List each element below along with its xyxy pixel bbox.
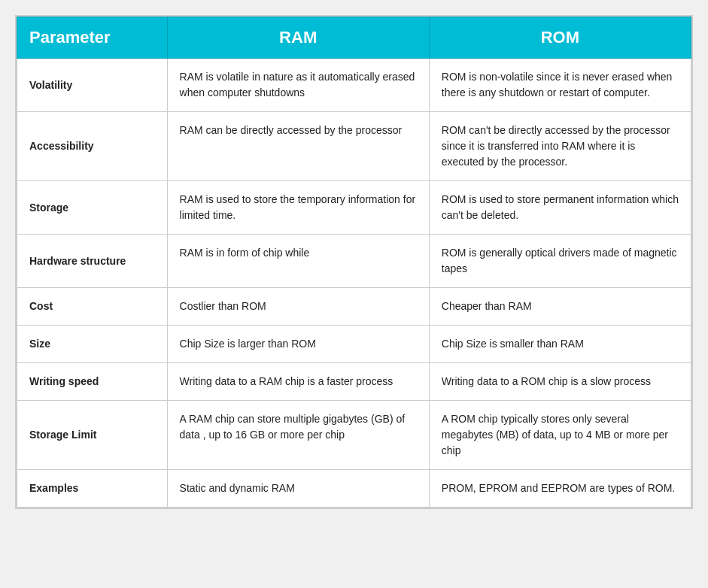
cell-ram: A RAM chip can store multiple gigabytes … [167,401,429,470]
cell-ram: Writing data to a RAM chip is a faster p… [167,363,429,401]
cell-rom: ROM is used to store permanent informati… [429,181,691,235]
cell-rom: ROM is generally optical drivers made of… [429,235,691,288]
cell-parameter: Writing speed [17,363,168,401]
comparison-table-container: Parameter RAM ROM VolatilityRAM is volat… [15,15,693,509]
table-row: VolatilityRAM is volatile in nature as i… [17,59,691,112]
table-row: Storage LimitA RAM chip can store multip… [17,401,691,470]
cell-ram: RAM is in form of chip while [167,235,429,288]
table-row: SizeChip Size is larger than ROMChip Siz… [17,326,691,363]
cell-rom: ROM can't be directly accessed by the pr… [429,112,691,181]
cell-rom: Writing data to a ROM chip is a slow pro… [429,363,691,401]
table-row: AccessibilityRAM can be directly accesse… [17,112,691,181]
cell-parameter: Cost [17,288,168,326]
table-row: Writing speedWriting data to a RAM chip … [17,363,691,401]
cell-parameter: Accessibility [17,112,168,181]
cell-ram: Static and dynamic RAM [167,470,429,508]
cell-rom: ROM is non-volatile since it is never er… [429,59,691,112]
cell-parameter: Volatility [17,59,168,112]
cell-parameter: Storage Limit [17,401,168,470]
ram-rom-table: Parameter RAM ROM VolatilityRAM is volat… [17,17,691,508]
table-row: Hardware structureRAM is in form of chip… [17,235,691,288]
cell-ram: Costlier than ROM [167,288,429,326]
cell-ram: RAM is volatile in nature as it automati… [167,59,429,112]
table-row: ExamplesStatic and dynamic RAMPROM, EPRO… [17,470,691,508]
cell-ram: RAM is used to store the temporary infor… [167,181,429,235]
header-ram: RAM [167,17,429,59]
table-row: CostCostlier than ROMCheaper than RAM [17,288,691,326]
table-row: StorageRAM is used to store the temporar… [17,181,691,235]
cell-parameter: Hardware structure [17,235,168,288]
table-header-row: Parameter RAM ROM [17,17,691,59]
header-parameter: Parameter [17,17,168,59]
cell-rom: Chip Size is smaller than RAM [429,326,691,363]
cell-parameter: Examples [17,470,168,508]
cell-parameter: Size [17,326,168,363]
cell-ram: RAM can be directly accessed by the proc… [167,112,429,181]
cell-parameter: Storage [17,181,168,235]
cell-rom: A ROM chip typically stores only several… [429,401,691,470]
header-rom: ROM [429,17,691,59]
cell-ram: Chip Size is larger than ROM [167,326,429,363]
cell-rom: PROM, EPROM and EEPROM are types of ROM. [429,470,691,508]
cell-rom: Cheaper than RAM [429,288,691,326]
